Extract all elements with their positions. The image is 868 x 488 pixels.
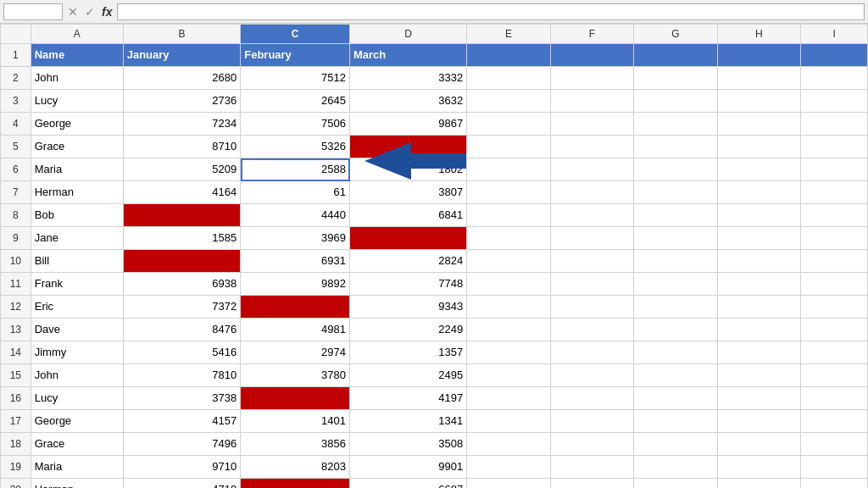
empty-cell[interactable] xyxy=(717,364,800,387)
empty-cell[interactable] xyxy=(467,273,550,296)
cell-b[interactable]: 7810 xyxy=(123,364,241,387)
empty-cell[interactable] xyxy=(801,273,868,296)
empty-cell[interactable] xyxy=(717,204,800,227)
empty-cell[interactable] xyxy=(550,158,633,181)
empty-cell[interactable] xyxy=(634,387,717,410)
cell-a[interactable]: John xyxy=(31,67,123,90)
empty-cell[interactable] xyxy=(550,227,633,250)
cell-d[interactable]: 2824 xyxy=(350,250,467,273)
empty-cell[interactable] xyxy=(550,433,633,456)
cell-c[interactable]: 1401 xyxy=(241,410,350,433)
empty-cell[interactable] xyxy=(717,319,800,341)
empty-cell[interactable] xyxy=(717,113,800,136)
empty-cell[interactable] xyxy=(467,113,550,136)
cell-b[interactable]: 5209 xyxy=(123,158,241,181)
header-cell-e[interactable] xyxy=(467,44,550,67)
empty-cell[interactable] xyxy=(717,433,800,456)
cell-d[interactable]: 2495 xyxy=(350,364,467,387)
empty-cell[interactable] xyxy=(550,479,633,489)
cell-d[interactable]: 2249 xyxy=(350,319,467,341)
cell-d[interactable]: 1341 xyxy=(350,410,467,433)
empty-cell[interactable] xyxy=(801,44,868,67)
cell-c[interactable]: 4981 xyxy=(241,319,350,341)
cell-a[interactable]: Grace xyxy=(31,433,123,456)
empty-cell[interactable] xyxy=(634,181,717,204)
cell-reference-box[interactable] xyxy=(3,3,63,20)
empty-cell[interactable] xyxy=(801,479,868,489)
empty-cell[interactable] xyxy=(634,273,717,296)
empty-cell[interactable] xyxy=(717,90,800,113)
empty-cell[interactable] xyxy=(634,227,717,250)
empty-cell[interactable] xyxy=(634,410,717,433)
cell-b[interactable]: 2680 xyxy=(123,67,241,90)
empty-cell[interactable] xyxy=(717,67,800,90)
cell-d[interactable]: 3332 xyxy=(350,67,467,90)
empty-cell[interactable] xyxy=(550,204,633,227)
cell-b[interactable]: 9710 xyxy=(123,456,241,479)
empty-cell[interactable] xyxy=(717,136,800,158)
cell-c[interactable]: 7512 xyxy=(241,67,350,90)
cell-d[interactable] xyxy=(350,227,467,250)
empty-cell[interactable] xyxy=(467,158,550,181)
cell-a[interactable]: Herman xyxy=(31,479,123,489)
empty-cell[interactable] xyxy=(717,479,800,489)
cell-d[interactable]: 9901 xyxy=(350,456,467,479)
cell-a[interactable]: Grace xyxy=(31,136,123,158)
cell-a[interactable]: Jimmy xyxy=(31,341,123,364)
header-cell-f[interactable] xyxy=(550,44,633,67)
empty-cell[interactable] xyxy=(467,433,550,456)
empty-cell[interactable] xyxy=(634,113,717,136)
cell-a[interactable]: George xyxy=(31,410,123,433)
empty-cell[interactable] xyxy=(634,479,717,489)
empty-cell[interactable] xyxy=(467,181,550,204)
cell-b[interactable]: 1585 xyxy=(123,227,241,250)
cell-a[interactable]: Lucy xyxy=(31,90,123,113)
cell-c[interactable]: 7506 xyxy=(241,113,350,136)
cell-a[interactable]: John xyxy=(31,364,123,387)
cell-a[interactable]: Lucy xyxy=(31,387,123,410)
col-header-c[interactable]: C xyxy=(241,25,350,44)
cell-b[interactable]: 8710 xyxy=(123,136,241,158)
cell-c[interactable]: 8203 xyxy=(241,456,350,479)
col-header-g[interactable]: G xyxy=(634,25,717,44)
empty-cell[interactable] xyxy=(801,227,868,250)
cell-a[interactable]: Maria xyxy=(31,158,123,181)
empty-cell[interactable] xyxy=(801,90,868,113)
empty-cell[interactable] xyxy=(550,410,633,433)
empty-cell[interactable] xyxy=(717,296,800,319)
cell-b[interactable]: 6938 xyxy=(123,273,241,296)
empty-cell[interactable] xyxy=(550,456,633,479)
cell-c[interactable]: 61 xyxy=(241,181,350,204)
cell-c[interactable]: 2588 xyxy=(241,158,350,181)
empty-cell[interactable] xyxy=(801,296,868,319)
cell-d[interactable]: 9867 xyxy=(350,113,467,136)
cell-b[interactable]: 3738 xyxy=(123,387,241,410)
empty-cell[interactable] xyxy=(801,250,868,273)
cell-b[interactable]: 4710 xyxy=(123,479,241,489)
cell-d[interactable]: 6687 xyxy=(350,479,467,489)
cell-c[interactable]: 9892 xyxy=(241,273,350,296)
empty-cell[interactable] xyxy=(801,456,868,479)
empty-cell[interactable] xyxy=(801,67,868,90)
spreadsheet-container[interactable]: A B C D E F G H I 1NameJanuaryFebruaryMa… xyxy=(0,24,868,488)
cell-c[interactable]: 4440 xyxy=(241,204,350,227)
cell-a[interactable]: Frank xyxy=(31,273,123,296)
cell-d[interactable] xyxy=(350,136,467,158)
empty-cell[interactable] xyxy=(717,273,800,296)
empty-cell[interactable] xyxy=(717,456,800,479)
cell-d[interactable]: 9343 xyxy=(350,296,467,319)
cell-b[interactable]: 7372 xyxy=(123,296,241,319)
cell-c[interactable]: 3969 xyxy=(241,227,350,250)
empty-cell[interactable] xyxy=(634,296,717,319)
cell-c[interactable]: 3856 xyxy=(241,433,350,456)
empty-cell[interactable] xyxy=(634,158,717,181)
cell-d[interactable]: 1802 xyxy=(350,158,467,181)
empty-cell[interactable] xyxy=(467,479,550,489)
empty-cell[interactable] xyxy=(634,433,717,456)
cell-a[interactable]: Dave xyxy=(31,319,123,341)
empty-cell[interactable] xyxy=(550,273,633,296)
empty-cell[interactable] xyxy=(550,387,633,410)
empty-cell[interactable] xyxy=(467,227,550,250)
empty-cell[interactable] xyxy=(801,181,868,204)
cell-b[interactable] xyxy=(123,204,241,227)
